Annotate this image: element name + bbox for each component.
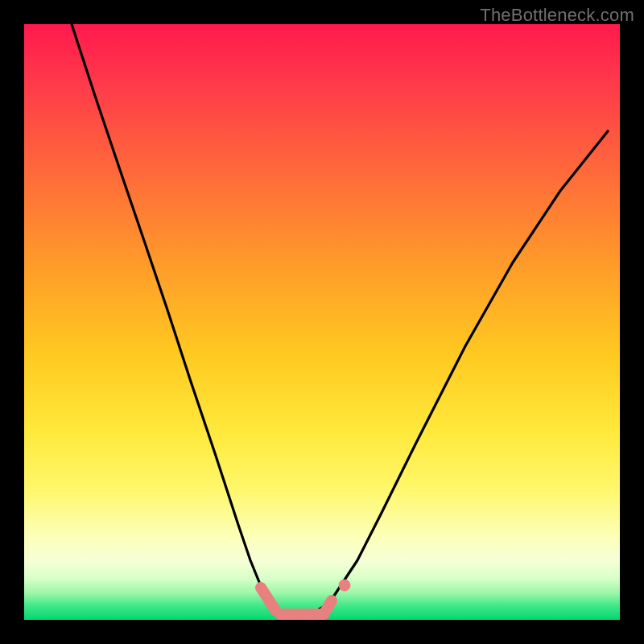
curve-path [72, 24, 608, 614]
bottleneck-curve [24, 24, 620, 620]
chart-frame: TheBottleneck.com [0, 0, 644, 644]
marker-stub-right [324, 601, 332, 614]
marker-stub-left [261, 588, 275, 610]
plot-area [24, 24, 620, 620]
marker-dot [339, 580, 350, 591]
trough-markers [261, 580, 350, 614]
watermark-text: TheBottleneck.com [480, 5, 634, 26]
